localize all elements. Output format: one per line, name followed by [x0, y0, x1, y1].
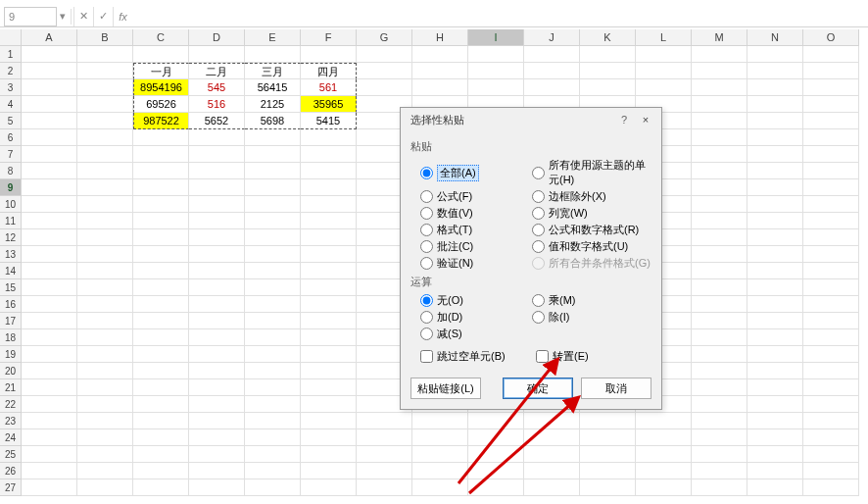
cell-F18[interactable]	[301, 329, 357, 346]
cell-N24[interactable]	[747, 429, 803, 446]
cell-B8[interactable]	[77, 163, 133, 179]
cell-E3[interactable]: 56415	[245, 79, 301, 96]
column-header-M[interactable]: M	[692, 29, 747, 46]
cell-E26[interactable]	[245, 463, 301, 479]
cell-F19[interactable]	[301, 346, 357, 363]
cell-N17[interactable]	[747, 313, 803, 329]
cell-D3[interactable]: 545	[189, 79, 245, 96]
cell-C15[interactable]	[133, 279, 189, 296]
cell-B23[interactable]	[77, 413, 133, 429]
confirm-edit-icon[interactable]: ✓	[93, 7, 113, 26]
cell-M17[interactable]	[692, 313, 747, 329]
cell-L23[interactable]	[636, 413, 692, 429]
column-header-K[interactable]: K	[580, 29, 636, 46]
cell-A2[interactable]	[22, 63, 77, 79]
cell-M20[interactable]	[692, 363, 747, 379]
cell-K26[interactable]	[580, 463, 636, 479]
row-header-26[interactable]: 26	[0, 463, 22, 479]
cell-E20[interactable]	[245, 363, 301, 379]
cell-E9[interactable]	[245, 179, 301, 196]
cell-N3[interactable]	[747, 79, 803, 96]
cell-I3[interactable]	[468, 79, 524, 96]
cell-M12[interactable]	[692, 229, 747, 246]
cell-D1[interactable]	[189, 46, 245, 63]
row-header-25[interactable]: 25	[0, 446, 22, 463]
cell-A20[interactable]	[22, 363, 77, 379]
cell-B6[interactable]	[77, 129, 133, 146]
cell-O9[interactable]	[803, 179, 859, 196]
cell-F20[interactable]	[301, 363, 357, 379]
radio-no-borders[interactable]	[532, 190, 545, 203]
cell-O5[interactable]	[803, 113, 859, 129]
column-header-N[interactable]: N	[747, 29, 803, 46]
cell-N8[interactable]	[747, 163, 803, 179]
cell-N11[interactable]	[747, 213, 803, 229]
row-header-12[interactable]: 12	[0, 229, 22, 246]
row-header-8[interactable]: 8	[0, 163, 22, 179]
cell-E13[interactable]	[245, 246, 301, 263]
cell-A7[interactable]	[22, 146, 77, 163]
cell-M18[interactable]	[692, 329, 747, 346]
cell-O22[interactable]	[803, 396, 859, 413]
cell-H1[interactable]	[412, 46, 468, 63]
cell-E25[interactable]	[245, 446, 301, 463]
cell-J25[interactable]	[524, 446, 580, 463]
cell-D2[interactable]: 二月	[189, 63, 245, 79]
cell-C12[interactable]	[133, 229, 189, 246]
cell-E17[interactable]	[245, 313, 301, 329]
cell-M26[interactable]	[692, 463, 747, 479]
cell-F5[interactable]: 5415	[301, 113, 357, 129]
cell-B20[interactable]	[77, 363, 133, 379]
cell-G26[interactable]	[357, 463, 412, 479]
cell-M10[interactable]	[692, 196, 747, 213]
radio-op-none[interactable]	[420, 294, 433, 307]
cell-F9[interactable]	[301, 179, 357, 196]
cell-E8[interactable]	[245, 163, 301, 179]
cell-A25[interactable]	[22, 446, 77, 463]
cell-N12[interactable]	[747, 229, 803, 246]
cell-N21[interactable]	[747, 379, 803, 396]
cell-O16[interactable]	[803, 296, 859, 313]
cell-N9[interactable]	[747, 179, 803, 196]
cell-M11[interactable]	[692, 213, 747, 229]
cell-C8[interactable]	[133, 163, 189, 179]
cell-L2[interactable]	[636, 63, 692, 79]
cell-J24[interactable]	[524, 429, 580, 446]
name-box[interactable]: 9	[4, 7, 57, 26]
cell-A26[interactable]	[22, 463, 77, 479]
cell-N1[interactable]	[747, 46, 803, 63]
cell-A22[interactable]	[22, 396, 77, 413]
cell-D12[interactable]	[189, 229, 245, 246]
cell-E4[interactable]: 2125	[245, 96, 301, 113]
cell-O15[interactable]	[803, 279, 859, 296]
cell-A19[interactable]	[22, 346, 77, 363]
cell-G3[interactable]	[357, 79, 412, 96]
cell-B21[interactable]	[77, 379, 133, 396]
cell-B16[interactable]	[77, 296, 133, 313]
row-header-22[interactable]: 22	[0, 396, 22, 413]
cell-O4[interactable]	[803, 96, 859, 113]
cell-E6[interactable]	[245, 129, 301, 146]
cell-N2[interactable]	[747, 63, 803, 79]
cell-I24[interactable]	[468, 429, 524, 446]
cancel-edit-icon[interactable]: ✕	[73, 7, 93, 26]
cell-A1[interactable]	[22, 46, 77, 63]
dialog-titlebar[interactable]: 选择性粘贴 ? ×	[401, 108, 661, 131]
cell-N16[interactable]	[747, 296, 803, 313]
cell-E14[interactable]	[245, 263, 301, 279]
cell-K1[interactable]	[580, 46, 636, 63]
cell-A21[interactable]	[22, 379, 77, 396]
radio-formulas[interactable]	[420, 190, 433, 203]
cell-D10[interactable]	[189, 196, 245, 213]
cell-M4[interactable]	[692, 96, 747, 113]
cell-O7[interactable]	[803, 146, 859, 163]
cell-D24[interactable]	[189, 429, 245, 446]
formula-input[interactable]	[132, 7, 868, 26]
cell-D21[interactable]	[189, 379, 245, 396]
cell-G25[interactable]	[357, 446, 412, 463]
cell-M15[interactable]	[692, 279, 747, 296]
cell-F22[interactable]	[301, 396, 357, 413]
cell-C27[interactable]	[133, 479, 189, 496]
cell-F8[interactable]	[301, 163, 357, 179]
cell-O2[interactable]	[803, 63, 859, 79]
